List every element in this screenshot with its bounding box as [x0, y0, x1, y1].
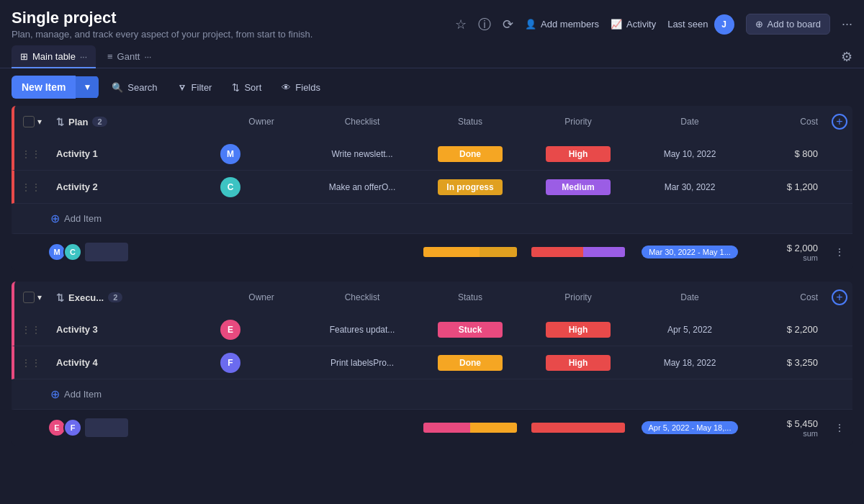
row3-cost-text: $ 2,200 — [787, 324, 818, 335]
add-column-icon-1[interactable]: + — [832, 114, 847, 130]
row1-drag-icon[interactable]: ⋮⋮ — [21, 148, 41, 160]
add-members-label: Add members — [541, 19, 599, 30]
row3-priority[interactable]: High — [524, 322, 632, 338]
filter-button[interactable]: ⛛ Filter — [171, 78, 220, 97]
row3-status-badge[interactable]: Stuck — [438, 322, 503, 338]
row1-avatar[interactable]: M — [220, 144, 240, 164]
history-icon[interactable]: ⟳ — [503, 17, 513, 32]
new-item-arrow[interactable]: ▼ — [76, 76, 99, 98]
new-item-button[interactable]: New Item ▼ — [12, 76, 99, 99]
col-header-checklist-2: Checklist — [308, 292, 416, 302]
row4-priority[interactable]: High — [524, 355, 632, 371]
filter-icon: ⛛ — [178, 82, 187, 93]
row2-status[interactable]: In progress — [416, 179, 524, 195]
group-checkbox-area: ▾ — [14, 116, 50, 127]
activity-button[interactable]: 📈 Activity — [611, 19, 656, 30]
row3-date: Apr 5, 2022 — [632, 325, 747, 335]
row3-drag-icon[interactable]: ⋮⋮ — [21, 324, 41, 336]
group-chevron-icon[interactable]: ▾ — [37, 117, 42, 127]
group-checkbox[interactable] — [23, 116, 35, 127]
row2-status-badge[interactable]: In progress — [438, 179, 503, 195]
row3-status[interactable]: Stuck — [416, 322, 524, 338]
summary-more-icon-2[interactable]: ⋮ — [829, 422, 850, 433]
row1-checklist-text: Write newslett... — [331, 149, 392, 159]
row1-priority-badge[interactable]: High — [546, 146, 611, 162]
search-button[interactable]: 🔍 Search — [104, 78, 164, 97]
group-sort-icon: ⇅ — [56, 117, 64, 127]
summary-more-2[interactable]: ⋮ — [827, 422, 852, 433]
row2-cost: $ 1,200 — [747, 181, 827, 192]
row2-avatar[interactable]: C — [220, 177, 240, 197]
group2-checkbox[interactable] — [23, 292, 35, 303]
row1-name: Activity 1 — [50, 148, 215, 159]
group-plan: ▾ ⇅ Plan 2 Owner Checklist Status Priori… — [12, 106, 852, 270]
sort-icon: ⇅ — [232, 82, 240, 93]
add-item-icon-1: ⊕ — [50, 212, 60, 225]
row1-status[interactable]: Done — [416, 146, 524, 162]
group-name-plan: ⇅ Plan 2 — [50, 117, 215, 127]
col-header-cost-2: Cost — [747, 292, 827, 302]
row4-priority-badge[interactable]: High — [546, 355, 611, 371]
sort-button[interactable]: ⇅ Sort — [225, 78, 269, 97]
gantt-icon: ≡ — [107, 51, 113, 62]
settings-icon[interactable]: ⚙ — [841, 49, 852, 65]
row2-drag-icon[interactable]: ⋮⋮ — [21, 181, 41, 193]
table-container: ▾ ⇅ Plan 2 Owner Checklist Status Priori… — [0, 106, 864, 491]
col-header-status-1: Status — [416, 117, 524, 127]
row3-name-text: Activity 3 — [56, 324, 98, 335]
row2-priority[interactable]: Medium — [524, 179, 632, 195]
toolbar: New Item ▼ 🔍 Search ⛛ Filter ⇅ Sort 👁 Fi… — [0, 68, 864, 106]
project-title: Single project — [12, 9, 446, 27]
activity-label: Activity — [626, 19, 656, 30]
row4-drag-icon[interactable]: ⋮⋮ — [21, 357, 41, 369]
row2-priority-badge[interactable]: Medium — [546, 179, 611, 195]
row1-check: ⋮⋮ — [14, 148, 50, 160]
row4-checklist-text: Print labelsPro... — [330, 358, 394, 368]
add-members-button[interactable]: 👤 Add members — [525, 19, 599, 30]
row4-cost: $ 3,250 — [747, 357, 827, 368]
row1-checklist: Write newslett... — [308, 149, 416, 159]
more-options-icon[interactable]: ··· — [842, 17, 852, 32]
summary-cost-label-2: sum — [756, 429, 818, 438]
group2-chevron-icon[interactable]: ▾ — [37, 292, 42, 302]
last-seen-label: Last seen — [667, 19, 708, 30]
add-item-label-1: Add Item — [64, 213, 102, 224]
row4-status-badge[interactable]: Done — [438, 355, 503, 371]
row4-avatar[interactable]: F — [220, 353, 240, 373]
row3-priority-badge[interactable]: High — [546, 322, 611, 338]
summary-more-1[interactable]: ⋮ — [827, 246, 852, 258]
gantt-more[interactable]: ··· — [144, 52, 151, 62]
group2-label[interactable]: Execu... — [68, 292, 104, 303]
row4-status[interactable]: Done — [416, 355, 524, 371]
row1-owner: M — [215, 144, 308, 164]
date-range-badge-2: Apr 5, 2022 - May 18,... — [642, 421, 739, 434]
main-table-more[interactable]: ··· — [80, 52, 87, 62]
search-label: Search — [127, 82, 157, 93]
add-to-board-button[interactable]: ⊕ Add to board — [746, 14, 830, 35]
fields-button[interactable]: 👁 Fields — [274, 78, 328, 97]
summary-more-icon-1[interactable]: ⋮ — [829, 246, 850, 258]
row1-date: May 10, 2022 — [632, 149, 747, 159]
col-header-priority-2: Priority — [524, 292, 632, 302]
tab-gantt[interactable]: ≡ Gantt ··· — [99, 45, 160, 68]
add-item-row-1[interactable]: ⊕ Add Item — [12, 204, 852, 234]
row3-name: Activity 3 — [50, 324, 215, 335]
tab-main-table[interactable]: ⊞ Main table ··· — [12, 45, 96, 68]
row3-avatar[interactable]: E — [220, 320, 240, 340]
priority-bar-medium — [583, 247, 626, 257]
row1-status-badge[interactable]: Done — [438, 146, 503, 162]
group-label-plan[interactable]: Plan — [68, 117, 88, 127]
summary-priority-1 — [524, 247, 632, 257]
star-icon[interactable]: ☆ — [455, 17, 467, 32]
add-column-icon-2[interactable]: + — [832, 289, 847, 305]
summary-priority-bar-2 — [531, 423, 625, 433]
main-table-label: Main table — [32, 51, 76, 62]
summary-cost-value-1: $ 2,000 — [756, 243, 818, 253]
gantt-label: Gantt — [117, 51, 140, 62]
summary-cost-label-1: sum — [756, 253, 818, 262]
add-item-row-2[interactable]: ⊕ Add Item — [12, 379, 852, 410]
new-item-label[interactable]: New Item — [12, 76, 76, 99]
group2-name: ⇅ Execu... 2 — [50, 292, 215, 303]
info-icon[interactable]: ⓘ — [478, 16, 491, 33]
row1-priority[interactable]: High — [524, 146, 632, 162]
